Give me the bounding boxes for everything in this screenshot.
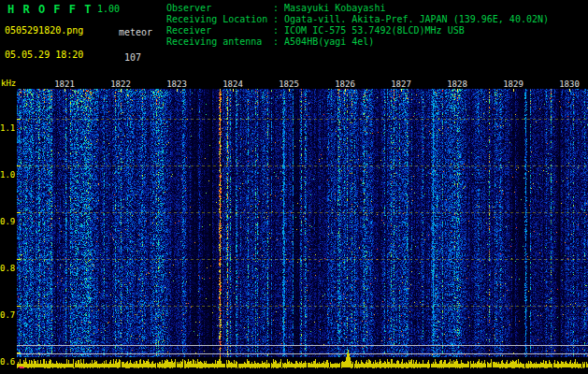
observation-info: Observer: Masayuki KobayashiReceiving Lo… bbox=[166, 3, 549, 48]
freq-tick-0.7: 0.7 bbox=[0, 310, 15, 320]
freq-tick-0.9: 0.9 bbox=[0, 217, 15, 226]
info-colon: : bbox=[273, 25, 284, 36]
mode-label: meteor bbox=[119, 27, 152, 37]
app-title: H R O F F T bbox=[7, 3, 92, 16]
output-filename: 0505291820.png bbox=[5, 25, 83, 36]
info-row-receiving-location: Receiving Location: Ogata-vill. Akita-Pr… bbox=[166, 14, 549, 25]
echo-count: 107 bbox=[124, 52, 141, 63]
info-colon: : bbox=[273, 36, 284, 47]
freq-tick-0.8: 0.8 bbox=[0, 264, 15, 273]
app-version: 1.00 bbox=[97, 4, 120, 14]
info-label: Receiving antenna bbox=[166, 36, 273, 48]
info-colon: : bbox=[273, 14, 284, 24]
info-value: A504HB(yagi 4el) bbox=[284, 36, 374, 47]
freq-tick-1.1: 1.1 bbox=[0, 123, 15, 133]
info-value: Masayuki Kobayashi bbox=[284, 3, 385, 13]
info-row-receiving-antenna: Receiving antenna: A504HB(yagi 4el) bbox=[166, 36, 549, 48]
info-label: Receiver bbox=[166, 25, 273, 36]
spectrogram-plot: kHz 182118221823182418251826182718281829… bbox=[0, 79, 588, 374]
hrofft-window: H R O F F T 1.00 0505291820.png meteor 0… bbox=[0, 0, 588, 374]
freq-tick-0.6: 0.6 bbox=[0, 357, 15, 367]
info-value: Ogata-vill. Akita-Pref. JAPAN (139.96E, … bbox=[284, 14, 549, 24]
info-label: Observer bbox=[166, 3, 273, 14]
info-colon: : bbox=[273, 3, 284, 13]
datetime-label: 05.05.29 18:20 bbox=[5, 50, 83, 60]
spectrogram-canvas bbox=[17, 89, 588, 370]
info-label: Receiving Location bbox=[166, 14, 273, 25]
freq-tick-1.0: 1.0 bbox=[0, 170, 15, 180]
info-value: ICOM IC-575 53.7492(8LCD)MHz USB bbox=[284, 25, 465, 36]
info-row-observer: Observer: Masayuki Kobayashi bbox=[166, 3, 549, 14]
info-row-receiver: Receiver: ICOM IC-575 53.7492(8LCD)MHz U… bbox=[166, 25, 549, 36]
